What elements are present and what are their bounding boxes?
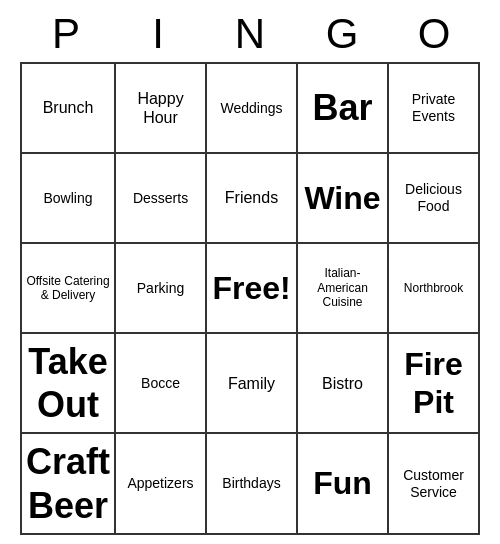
cell-text: Northbrook xyxy=(404,281,463,295)
cell-text: Birthdays xyxy=(222,475,280,492)
bingo-cell-r3-c1: Bocce xyxy=(116,334,207,434)
bingo-cell-r2-c0: Offsite Catering & Delivery xyxy=(22,244,116,334)
cell-text: Brunch xyxy=(43,98,94,117)
cell-text: Appetizers xyxy=(127,475,193,492)
cell-text: Free! xyxy=(212,269,290,307)
cell-text: Desserts xyxy=(133,190,188,207)
cell-text: Private Events xyxy=(393,91,474,125)
bingo-cell-r4-c3: Fun xyxy=(298,434,389,534)
bingo-cell-r1-c3: Wine xyxy=(298,154,389,244)
bingo-cell-r4-c2: Birthdays xyxy=(207,434,298,534)
cell-text: Customer Service xyxy=(393,467,474,501)
cell-text: Craft Beer xyxy=(26,440,110,526)
title-letter: G xyxy=(298,10,386,58)
bingo-cell-r3-c2: Family xyxy=(207,334,298,434)
cell-text: Weddings xyxy=(220,100,282,117)
cell-text: Happy Hour xyxy=(120,89,201,127)
cell-text: Bowling xyxy=(43,190,92,207)
cell-text: Fun xyxy=(313,464,372,502)
title-letter: P xyxy=(22,10,110,58)
title-letter: O xyxy=(390,10,478,58)
cell-text: Take Out xyxy=(26,340,110,426)
cell-text: Wine xyxy=(304,179,380,217)
bingo-cell-r1-c1: Desserts xyxy=(116,154,207,244)
bingo-cell-r1-c2: Friends xyxy=(207,154,298,244)
bingo-title: PINGO xyxy=(20,10,480,58)
bingo-cell-r0-c0: Brunch xyxy=(22,64,116,154)
bingo-cell-r4-c0: Craft Beer xyxy=(22,434,116,534)
bingo-cell-r3-c0: Take Out xyxy=(22,334,116,434)
bingo-cell-r0-c2: Weddings xyxy=(207,64,298,154)
cell-text: Bistro xyxy=(322,374,363,393)
cell-text: Bocce xyxy=(141,375,180,392)
title-letter: N xyxy=(206,10,294,58)
cell-text: Family xyxy=(228,374,275,393)
cell-text: Parking xyxy=(137,280,184,297)
cell-text: Bar xyxy=(312,86,372,129)
bingo-cell-r0-c3: Bar xyxy=(298,64,389,154)
bingo-cell-r1-c0: Bowling xyxy=(22,154,116,244)
bingo-cell-r0-c1: Happy Hour xyxy=(116,64,207,154)
bingo-card: PINGO BrunchHappy HourWeddingsBarPrivate… xyxy=(10,0,490,544)
bingo-cell-r2-c4: Northbrook xyxy=(389,244,480,334)
title-letter: I xyxy=(114,10,202,58)
bingo-cell-r3-c4: Fire Pit xyxy=(389,334,480,434)
bingo-cell-r1-c4: Delicious Food xyxy=(389,154,480,244)
cell-text: Fire Pit xyxy=(393,345,474,422)
bingo-cell-r3-c3: Bistro xyxy=(298,334,389,434)
bingo-grid: BrunchHappy HourWeddingsBarPrivate Event… xyxy=(20,62,480,535)
bingo-cell-r4-c4: Customer Service xyxy=(389,434,480,534)
bingo-cell-r4-c1: Appetizers xyxy=(116,434,207,534)
bingo-cell-r2-c3: Italian-American Cuisine xyxy=(298,244,389,334)
cell-text: Delicious Food xyxy=(393,181,474,215)
bingo-cell-r2-c2: Free! xyxy=(207,244,298,334)
cell-text: Friends xyxy=(225,188,278,207)
cell-text: Offsite Catering & Delivery xyxy=(26,274,110,303)
bingo-cell-r0-c4: Private Events xyxy=(389,64,480,154)
cell-text: Italian-American Cuisine xyxy=(302,266,383,309)
bingo-cell-r2-c1: Parking xyxy=(116,244,207,334)
